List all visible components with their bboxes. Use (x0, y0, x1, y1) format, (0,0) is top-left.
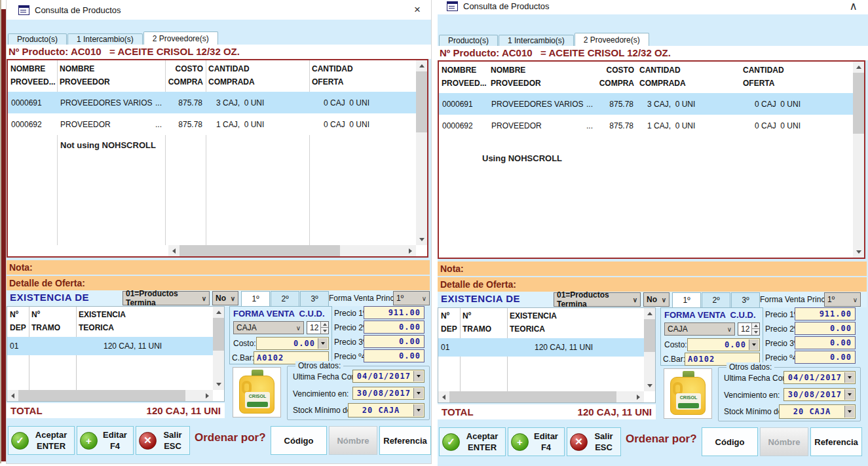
vertical-scrollbar[interactable] (213, 307, 224, 390)
spin-down-icon[interactable] (320, 328, 328, 334)
dropdown-arrow-icon[interactable] (844, 389, 854, 400)
provider-row[interactable]: 0000692 PROVEEDOR... 875.78 1 CAJ, 0 UNI… (8, 113, 416, 135)
salir-button[interactable]: ✕ SalirESC (567, 427, 621, 456)
dropdown-arrow-icon[interactable] (844, 372, 854, 383)
tab-proveedores[interactable]: 2 Proveedore(s) (143, 31, 218, 45)
aceptar-button[interactable]: ✓ AceptarENTER (439, 427, 506, 456)
column-header-cantidad-oferta[interactable]: CANTIDADOFERTA (309, 60, 414, 92)
column-header-existencia[interactable]: EXISTENCIATEORICA (76, 307, 214, 334)
precio1-field[interactable]: 911.00 (795, 307, 856, 320)
stock-minimo-field[interactable]: 20 CAJA (348, 403, 425, 417)
stock-row-selected[interactable]: 01 120 CAJ, 11 UNI (7, 337, 213, 355)
column-header-costo-compra[interactable]: COSTOCOMPRA (596, 62, 637, 93)
precio4-field[interactable]: 0.00 (795, 351, 856, 364)
codigo-button[interactable]: Código (271, 426, 327, 455)
horizontal-scrollbar[interactable] (438, 391, 644, 402)
column-header-dep[interactable]: NºDEP (438, 308, 460, 336)
provider-row[interactable]: 0000692 PROVEEDOR... 875.78 1 CAJ, 0 UNI… (439, 115, 853, 136)
stock-minimo-field[interactable]: 20 CAJA (779, 404, 856, 419)
scroll-left-icon[interactable] (7, 390, 18, 401)
scrollbar-thumb[interactable] (213, 318, 224, 351)
column-header-cantidad-comprada[interactable]: CANTIDADCOMPRADA (206, 60, 309, 92)
horizontal-scrollbar[interactable] (168, 245, 416, 256)
titlebar[interactable]: Consulta de Productos ∧ (438, 0, 868, 14)
column-header-cantidad-oferta[interactable]: CANTIDADOFERTA (740, 62, 845, 93)
tab-precio-1[interactable]: 1º (241, 291, 270, 306)
dropdown-arrow-icon[interactable] (413, 388, 423, 398)
precio3-field[interactable]: 0.00 (364, 335, 425, 348)
horizontal-scrollbar[interactable] (7, 390, 213, 401)
forma-venta-unit-select[interactable]: CAJA (233, 321, 304, 334)
tab-intercambios[interactable]: 1 Intercambio(s) (499, 35, 574, 46)
nombre-button[interactable]: Nómbre (760, 427, 808, 456)
scrollbar-thumb[interactable] (853, 73, 864, 134)
vertical-scrollbar[interactable] (416, 60, 427, 245)
no-select[interactable]: No (212, 291, 238, 305)
forma-venta-unit-select[interactable]: CAJA (664, 322, 735, 336)
spin-down-icon[interactable] (751, 329, 759, 335)
tab-precio-3[interactable]: 3º (731, 292, 760, 307)
forma-venta-principal-select[interactable]: 1º (393, 291, 430, 305)
dropdown-arrow-icon[interactable] (318, 338, 328, 349)
categoria-select[interactable]: 01=Productos Termina (123, 291, 210, 305)
column-header-tramo[interactable]: NºTRAMO (460, 308, 507, 336)
vertical-scrollbar[interactable] (853, 62, 864, 258)
scroll-up-icon[interactable] (853, 62, 864, 73)
spin-up-icon[interactable] (751, 323, 759, 329)
scroll-left-icon[interactable] (438, 391, 449, 402)
salir-button[interactable]: ✕ SalirESC (136, 426, 190, 455)
precio3-field[interactable]: 0.00 (795, 336, 856, 349)
scroll-down-icon[interactable] (416, 234, 427, 245)
forma-venta-principal-select[interactable]: 1º (824, 292, 861, 307)
column-header-nombre-proveed[interactable]: NOMBREPROVEED... (439, 62, 488, 93)
vencimiento-field[interactable]: 30/08/2017 (352, 387, 425, 400)
cud-stepper[interactable]: 12 (307, 321, 329, 334)
vertical-scrollbar[interactable] (644, 308, 655, 391)
ultima-fecha-field[interactable]: 04/01/2017 (352, 370, 425, 383)
tab-proveedores[interactable]: 2 Proveedore(s) (575, 33, 649, 46)
scroll-down-icon[interactable] (213, 379, 224, 390)
scroll-up-icon[interactable] (644, 308, 655, 319)
dropdown-arrow-icon[interactable] (749, 340, 759, 350)
dropdown-arrow-icon[interactable] (844, 406, 854, 417)
column-header-existencia[interactable]: EXISTENCIATEORICA (507, 308, 645, 336)
scroll-down-icon[interactable] (644, 380, 655, 391)
aceptar-button[interactable]: ✓ AceptarENTER (8, 426, 75, 455)
scroll-up-icon[interactable] (416, 60, 427, 71)
provider-row-selected[interactable]: 0000691 PROVEEDORES VARIOS... 875.78 3 C… (8, 92, 416, 113)
referencia-button[interactable]: Referencia (810, 427, 862, 456)
scrollbar-thumb[interactable] (449, 391, 616, 402)
stock-row-selected[interactable]: 01 120 CAJ, 11 UNI (438, 338, 644, 357)
ultima-fecha-field[interactable]: 04/01/2017 (783, 371, 856, 384)
tab-precio-3[interactable]: 3º (300, 291, 329, 306)
scrollbar-thumb[interactable] (18, 390, 185, 401)
dropdown-arrow-icon[interactable] (413, 404, 423, 416)
titlebar[interactable]: Consulta de Productos × (7, 0, 431, 20)
scroll-up-icon[interactable] (213, 307, 224, 318)
scroll-left-icon[interactable] (168, 245, 179, 256)
column-header-costo-compra[interactable]: COSTOCOMPRA (165, 60, 206, 92)
vencimiento-field[interactable]: 30/08/2017 (783, 388, 856, 401)
editar-button[interactable]: + EditarF4 (508, 427, 565, 456)
scroll-right-icon[interactable] (202, 390, 213, 401)
tab-productos[interactable]: Producto(s) (439, 35, 498, 46)
column-header-dep[interactable]: NºDEP (7, 307, 29, 334)
close-icon[interactable]: × (414, 3, 421, 16)
scrollbar-thumb[interactable] (416, 71, 427, 132)
dropdown-arrow-icon[interactable] (413, 371, 423, 381)
costo-field[interactable]: 0.00 (256, 337, 329, 350)
precio2-field[interactable]: 0.00 (364, 320, 425, 334)
spin-up-icon[interactable] (320, 322, 328, 328)
tab-intercambios[interactable]: 1 Intercambio(s) (67, 33, 143, 45)
scroll-right-icon[interactable] (633, 391, 644, 402)
tab-precio-1[interactable]: 1º (672, 292, 701, 307)
nombre-button[interactable]: Nómbre (329, 426, 377, 455)
column-header-nombre-proveedor[interactable]: NOMBREPROVEEDOR (488, 62, 596, 93)
codigo-button[interactable]: Código (702, 427, 758, 456)
scroll-down-icon[interactable] (853, 246, 864, 258)
no-select[interactable]: No (643, 292, 670, 307)
precio4-field[interactable]: 0.00 (364, 349, 425, 362)
tab-precio-2[interactable]: 2º (271, 291, 299, 306)
column-header-nombre-proveed[interactable]: NOMBREPROVEED... (8, 60, 57, 92)
scrollbar-thumb[interactable] (179, 245, 340, 256)
